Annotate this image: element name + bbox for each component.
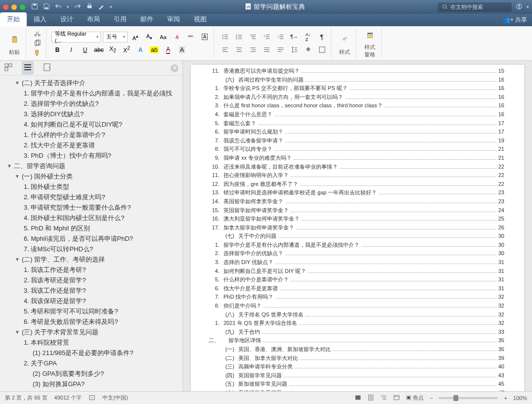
underline-button[interactable]: U — [79, 45, 91, 55]
strikethrough-button[interactable]: abc — [93, 45, 105, 55]
outline-item[interactable]: (3) 如何换算GPA? — [0, 379, 182, 389]
line-spacing-button[interactable] — [288, 45, 300, 55]
page-indicator[interactable]: 第 2 页，共 66 页 — [5, 394, 47, 402]
align-right-button[interactable] — [247, 45, 259, 55]
subscript-button[interactable]: X2 — [107, 45, 119, 55]
results-tab-icon[interactable] — [43, 63, 51, 73]
outline-item[interactable]: ▼二、留学咨询问题 — [0, 161, 182, 171]
outline-item[interactable]: ▼(三) 关于学术背景常见问题 — [0, 327, 182, 337]
borders-button[interactable] — [316, 45, 328, 55]
font-color-button[interactable]: A — [162, 45, 174, 55]
outline-item[interactable]: 4. 国外硕士和国内硕士区别是什么? — [0, 213, 182, 223]
read-mode-icon[interactable] — [355, 394, 361, 402]
minimize-window-button[interactable] — [11, 4, 17, 10]
text-effects-button[interactable]: A — [134, 45, 146, 55]
save-icon[interactable] — [43, 3, 50, 11]
cut-button[interactable] — [31, 28, 43, 38]
outline-item[interactable]: 7. 读MSc可以转PHD么? — [0, 244, 182, 254]
outline-view-icon[interactable] — [380, 394, 387, 402]
thumbnails-tab-icon[interactable] — [4, 63, 13, 73]
paste-button[interactable] — [6, 31, 23, 47]
tab-3[interactable]: 布局 — [80, 12, 107, 26]
outline-item[interactable]: 4. 如何判断自己是不是可以DIY呢? — [0, 119, 182, 130]
format-painter-button[interactable] — [31, 48, 43, 58]
outline-item[interactable]: ▼(二) 留学、工作、考研的选择 — [0, 254, 182, 265]
tab-2[interactable]: 设计 — [53, 12, 80, 26]
tab-6[interactable]: 审阅 — [160, 12, 187, 26]
redo-icon[interactable] — [74, 3, 81, 11]
document-scroll[interactable]: 11.香港雅思可以先申请后提交吗？15(六)咨询过程中学生常问的问题161.学校… — [183, 61, 532, 391]
outline-item[interactable]: 2. 关于GPA — [0, 358, 182, 368]
sort-button[interactable]: A↓Z — [302, 32, 314, 43]
bold-button[interactable]: B — [51, 45, 63, 55]
bullets-button[interactable] — [219, 32, 231, 43]
outline-item[interactable]: 6. 考研是失败后留学还来得及吗? — [0, 316, 182, 327]
outline-item[interactable]: ▼(一) 国外硕士分类 — [0, 171, 182, 181]
zoom-slider[interactable] — [439, 397, 498, 399]
outline-tree[interactable]: ▼(二) 关于是否选择中介1. 留学中介是不是有什么内部通道，我是不是必须找2.… — [0, 76, 182, 391]
phonetic-guide-button[interactable]: A̤ — [171, 32, 183, 43]
italic-button[interactable]: I — [65, 45, 77, 55]
focus-mode-button[interactable]: ▣ 焦点 — [406, 394, 424, 402]
zoom-level[interactable]: 100% — [513, 395, 527, 401]
outline-item[interactable]: 2. 申请研究型硕士难度大吗? — [0, 192, 182, 202]
increase-font-button[interactable]: A▴ — [130, 32, 141, 43]
multilevel-list-button[interactable] — [247, 32, 259, 43]
outline-item[interactable]: 2. 选择留学中介的优缺点? — [0, 98, 182, 109]
outline-item[interactable]: 2. 我该考研还是留学? — [0, 275, 182, 285]
user-icon[interactable] — [516, 3, 523, 11]
outline-item[interactable]: 6. Mphil读完后，是否可以再申请PhD? — [0, 233, 182, 244]
styles-pane-button[interactable] — [361, 28, 378, 43]
ltr-button[interactable]: ¶→ — [288, 32, 300, 43]
print-icon[interactable] — [86, 3, 93, 11]
outline-item[interactable]: (4) GPA可不可以用大四的? — [0, 389, 182, 391]
headings-tab-icon[interactable] — [22, 61, 34, 75]
outline-item[interactable]: ▼(二) 关于是否选择中介 — [0, 78, 182, 88]
zoom-out-button[interactable]: − — [430, 395, 433, 401]
edit-icon[interactable] — [98, 3, 105, 11]
shading-button[interactable] — [302, 45, 314, 55]
zoom-in-button[interactable]: + — [504, 395, 507, 401]
char-border-button[interactable]: A — [199, 32, 211, 43]
outline-item[interactable]: 1. 国外硕士类型 — [0, 181, 182, 192]
outline-item[interactable]: 5. 考研和留学可不可以同时准备? — [0, 306, 182, 316]
decrease-font-button[interactable]: A▾ — [143, 32, 155, 43]
spellcheck-icon[interactable] — [89, 394, 95, 402]
close-window-button[interactable] — [3, 4, 8, 10]
decrease-indent-button[interactable] — [261, 32, 272, 43]
outline-item[interactable]: 1. 我该工作还是考研? — [0, 265, 182, 275]
tab-7[interactable]: 视图 — [187, 12, 214, 26]
outline-item[interactable]: (2) GPA到底要考到多少? — [0, 368, 182, 379]
change-case-button[interactable]: Aa — [157, 32, 169, 43]
autosave-icon[interactable] — [31, 3, 38, 11]
undo-icon[interactable] — [55, 3, 62, 11]
copy-button[interactable] — [31, 38, 43, 48]
language-indicator[interactable]: 中文(中国) — [102, 394, 128, 402]
highlight-button[interactable]: ab — [148, 45, 160, 55]
char-shading-button[interactable]: A — [176, 45, 188, 55]
align-center-button[interactable] — [233, 45, 245, 55]
outline-item[interactable]: 1. 留学中介是不是有什么内部通道，我是不是必须找 — [0, 88, 182, 98]
close-nav-pane-button[interactable]: ✕ — [171, 64, 178, 72]
increase-indent-button[interactable] — [274, 32, 286, 43]
web-layout-icon[interactable] — [393, 394, 400, 402]
outline-item[interactable]: 3. PhD（博士）找中介有用吗? — [0, 150, 182, 161]
share-button[interactable]: 👥+ 共享 — [498, 16, 532, 26]
superscript-button[interactable]: X2 — [121, 45, 133, 55]
tab-1[interactable]: 插入 — [27, 12, 53, 26]
maximize-window-button[interactable] — [20, 4, 25, 10]
outline-item[interactable]: (1) 211/985是不是必要的申请条件? — [0, 348, 182, 358]
font-size-dropdown[interactable]: 五号 — [103, 32, 128, 43]
outline-item[interactable]: 2. 找大中介是不是更靠谱 — [0, 140, 182, 150]
outline-item[interactable]: 3. 选择的DIY优缺点? — [0, 109, 182, 119]
justify-button[interactable] — [261, 45, 272, 55]
tab-5[interactable]: 邮件 — [133, 12, 160, 26]
tab-4[interactable]: 引用 — [107, 12, 133, 26]
outline-item[interactable]: 4. 我该保研还是留学? — [0, 296, 182, 306]
show-marks-button[interactable]: ¶ — [316, 32, 328, 43]
outline-item[interactable]: 3. 申请研究型博士一般需要什么条件? — [0, 202, 182, 213]
outline-item[interactable]: 1. 本科院校背景 — [0, 337, 182, 348]
tab-0[interactable]: 开始 — [0, 12, 27, 26]
font-name-dropdown[interactable]: 等线 Regular (... — [51, 32, 101, 43]
numbering-button[interactable]: 123 — [233, 32, 245, 43]
